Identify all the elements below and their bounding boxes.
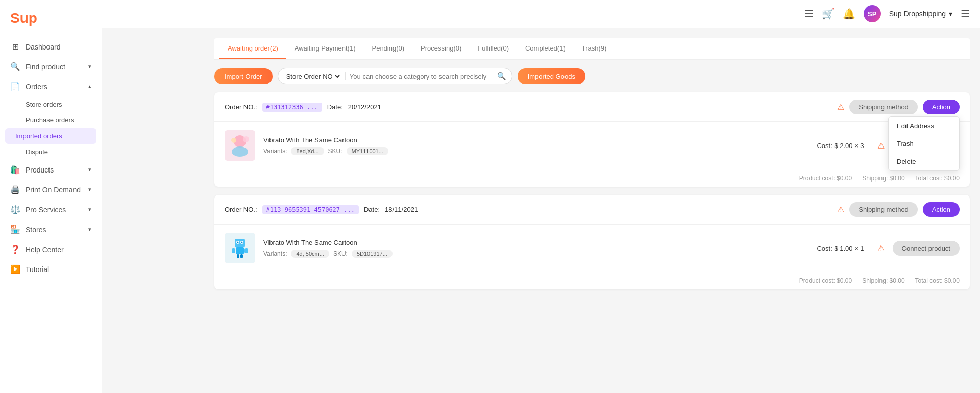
sidebar-item-label: Products [26,166,54,174]
product-name-1: Vibrato With The Same Cartoon [263,136,808,144]
dropdown-item-delete[interactable]: Delete [889,153,959,170]
orders-icon: 📄 [10,82,20,91]
svg-point-9 [237,242,239,243]
avatar[interactable]: SP [864,5,881,22]
import-order-button[interactable]: Import Order [214,68,273,84]
chevron-down-icon: ▾ [88,226,91,233]
product-name-2: Vibrato With The Same Cartoon [263,239,808,247]
print-icon: 🖨️ [10,185,20,194]
sidebar-item-label: Print On Demand [26,186,81,194]
order-footer-1: Product cost: $0.00 Shipping: $0.00 Tota… [214,169,970,187]
search-divider: | [345,71,347,81]
cart-icon[interactable]: 🛒 [822,8,835,20]
sidebar-item-dashboard[interactable]: ⊞ Dashboard [0,37,102,57]
sidebar-item-help-center[interactable]: ❓ Help Center [0,239,102,259]
chevron-down-icon: ▾ [949,10,952,18]
sidebar-item-purchase-orders[interactable]: Purchase orders [0,112,102,128]
sku-badge: MY111001... [347,147,388,155]
sidebar-item-label: Orders [26,83,47,91]
search-category-select[interactable]: Store Order NO [284,72,341,81]
svg-rect-6 [235,239,245,247]
svg-point-10 [241,242,243,243]
imported-goods-button[interactable]: Imported Goods [518,68,585,84]
shipping-method-button-2[interactable]: Shipping method [849,202,918,217]
sidebar-item-label: Stores [26,226,46,234]
connect-product-button-2[interactable]: Connect product [893,241,960,256]
svg-point-2 [232,146,248,157]
tab-completed[interactable]: Completed(1) [517,38,574,59]
svg-rect-12 [232,248,235,253]
order-header-2: Order NO.: #113-9655391-4570627 ... Date… [214,195,970,225]
tab-trash[interactable]: Trash(9) [574,38,615,59]
stores-icon: 🏪 [10,225,20,234]
order-no-label-2: Order NO.: [225,206,257,213]
dropdown-item-trash[interactable]: Trash [889,135,959,153]
sidebar-item-label: Find product [26,63,65,71]
chevron-down-icon: ▾ [88,166,91,173]
hamburger-icon[interactable]: ☰ [804,8,814,20]
date-label-2: Date: [364,206,380,213]
product-cost-label-2: Product cost: $0.00 [799,277,852,284]
dropdown-item-edit-address[interactable]: Edit Address [889,117,959,135]
item-warning-icon: ⚠ [877,141,885,151]
svg-rect-14 [237,254,239,258]
svg-point-4 [243,136,249,142]
topbar: ☰ 🛒 🔔 SP Sup Dropshipping ▾ ☰ [102,0,980,28]
sku-label: SKU: [328,148,342,155]
order-card-2: Order NO.: #113-9655391-4570627 ... Date… [214,195,970,289]
sidebar-item-pro-services[interactable]: ⚖️ Pro Services ▾ [0,200,102,219]
sidebar-item-label: Help Center [26,245,64,254]
pro-services-icon: ⚖️ [10,205,20,214]
action-button-1[interactable]: Action [923,100,960,114]
toolbar: Import Order Store Order NO | 🔍 Imported… [214,68,970,84]
action-button-2[interactable]: Action [923,202,960,217]
order-number-2: #113-9655391-4570627 ... [262,205,359,214]
total-cost-2: Total cost: $0.00 [915,277,960,284]
tab-awaiting-payment[interactable]: Awaiting Payment(1) [286,38,364,59]
product-cost-label: Product cost: $0.00 [799,175,852,182]
sidebar-item-tutorial[interactable]: ▶️ Tutorial [0,259,102,279]
product-image-1 [225,130,255,161]
menu-icon[interactable]: ☰ [961,8,970,20]
order-number: #131312336 ... [262,103,322,112]
sidebar-item-orders[interactable]: 📄 Orders ▴ [0,77,102,96]
tab-pending[interactable]: Pending(0) [363,38,412,59]
warning-icon-2: ⚠ [837,205,844,214]
tab-awaiting-order[interactable]: Awaiting order(2) [219,38,286,59]
main-content: Awaiting order(2) Awaiting Payment(1) Pe… [204,28,980,393]
order-footer-2: Product cost: $0.00 Shipping: $0.00 Tota… [214,272,970,289]
chevron-down-icon: ▾ [88,63,91,70]
svg-rect-15 [240,254,243,258]
search-input[interactable] [350,72,494,80]
tab-processing[interactable]: Processing(0) [412,38,470,59]
sku-badge-2: 5D101917... [352,250,393,258]
variant-badge-2: 4d, 50cm... [291,250,329,258]
find-product-icon: 🔍 [10,62,20,71]
sidebar-item-imported-orders[interactable]: Imported orders [5,128,96,144]
sidebar-item-products[interactable]: 🛍️ Products ▾ [0,160,102,180]
product-info-2: Vibrato With The Same Cartoon Variants: … [263,239,808,258]
sidebar-item-print-on-demand[interactable]: 🖨️ Print On Demand ▾ [0,180,102,200]
shipping-method-button[interactable]: Shipping method [849,100,918,114]
product-meta-2: Variants: 4d, 50cm... SKU: 5D101917... [263,250,808,258]
bell-icon[interactable]: 🔔 [843,8,855,20]
sidebar-item-stores[interactable]: 🏪 Stores ▾ [0,219,102,239]
chevron-down-icon: ▾ [88,206,91,213]
search-icon[interactable]: 🔍 [497,72,506,80]
sidebar-item-dispute[interactable]: Dispute [0,144,102,160]
sidebar-item-store-orders[interactable]: Store orders [0,96,102,112]
user-name[interactable]: Sup Dropshipping ▾ [889,10,952,18]
sku-label-2: SKU: [333,250,348,257]
product-meta-1: Variants: 8ed,Xd... SKU: MY111001... [263,147,808,155]
order-card-1: Order NO.: #131312336 ... Date: 20/12/20… [214,92,970,187]
products-icon: 🛍️ [10,165,20,175]
sidebar-item-find-product[interactable]: 🔍 Find product ▾ [0,57,102,77]
svg-point-3 [231,138,236,143]
cost-info-2: Cost: $ 1.00 × 1 [817,244,864,252]
dashboard-icon: ⊞ [10,42,20,52]
sidebar-item-label: Dashboard [26,43,61,51]
tab-fulfilled[interactable]: Fulfilled(0) [470,38,517,59]
variant-badge: 8ed,Xd... [291,147,324,155]
chevron-up-icon: ▴ [88,83,91,90]
order-no-label: Order NO.: [225,103,257,111]
